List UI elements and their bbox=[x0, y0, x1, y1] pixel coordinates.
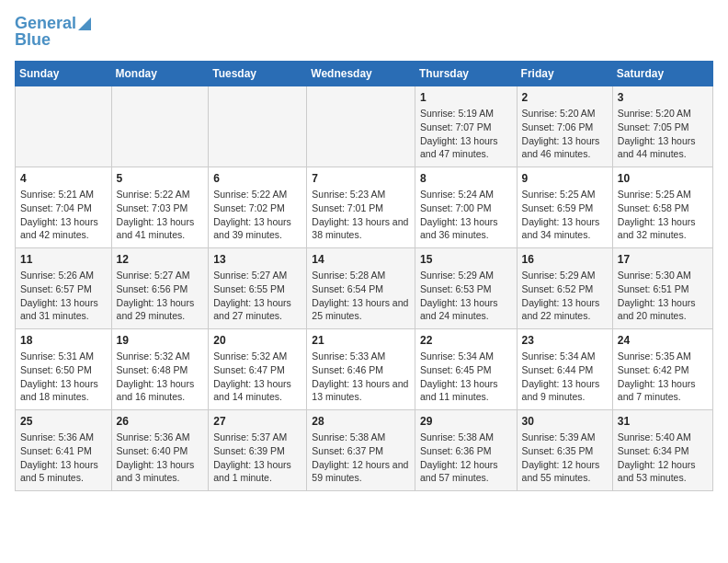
calendar-cell: 12Sunrise: 5:27 AM Sunset: 6:56 PM Dayli… bbox=[111, 247, 209, 328]
calendar-cell: 21Sunrise: 5:33 AM Sunset: 6:46 PM Dayli… bbox=[307, 328, 415, 409]
calendar-header-row: SundayMondayTuesdayWednesdayThursdayFrid… bbox=[16, 61, 713, 86]
calendar-cell: 5Sunrise: 5:22 AM Sunset: 7:03 PM Daylig… bbox=[111, 167, 209, 247]
calendar-week-row: 25Sunrise: 5:36 AM Sunset: 6:41 PM Dayli… bbox=[16, 409, 713, 490]
calendar-cell: 20Sunrise: 5:32 AM Sunset: 6:47 PM Dayli… bbox=[209, 328, 307, 409]
day-number: 24 bbox=[618, 333, 708, 349]
logo: General Blue bbox=[15, 15, 91, 50]
day-content: Sunrise: 5:27 AM Sunset: 6:56 PM Dayligh… bbox=[117, 269, 204, 323]
calendar-cell bbox=[209, 86, 307, 167]
day-content: Sunrise: 5:34 AM Sunset: 6:44 PM Dayligh… bbox=[522, 350, 608, 404]
calendar-cell: 17Sunrise: 5:30 AM Sunset: 6:51 PM Dayli… bbox=[612, 247, 712, 328]
day-number: 25 bbox=[20, 414, 107, 430]
calendar-week-row: 18Sunrise: 5:31 AM Sunset: 6:50 PM Dayli… bbox=[16, 328, 713, 409]
calendar-cell: 6Sunrise: 5:22 AM Sunset: 7:02 PM Daylig… bbox=[209, 167, 307, 247]
day-number: 11 bbox=[20, 252, 107, 268]
day-content: Sunrise: 5:28 AM Sunset: 6:54 PM Dayligh… bbox=[312, 269, 410, 323]
calendar-cell: 4Sunrise: 5:21 AM Sunset: 7:04 PM Daylig… bbox=[16, 167, 112, 247]
day-number: 10 bbox=[618, 171, 708, 187]
day-number: 6 bbox=[213, 171, 301, 187]
day-number: 30 bbox=[522, 414, 608, 430]
calendar-cell bbox=[16, 86, 112, 167]
calendar-cell: 28Sunrise: 5:38 AM Sunset: 6:37 PM Dayli… bbox=[307, 409, 415, 490]
calendar-cell: 26Sunrise: 5:36 AM Sunset: 6:40 PM Dayli… bbox=[111, 409, 209, 490]
calendar-cell: 19Sunrise: 5:32 AM Sunset: 6:48 PM Dayli… bbox=[111, 328, 209, 409]
day-number: 29 bbox=[420, 414, 512, 430]
day-number: 31 bbox=[618, 414, 708, 430]
calendar-day-header: Friday bbox=[517, 61, 612, 86]
calendar-cell: 2Sunrise: 5:20 AM Sunset: 7:06 PM Daylig… bbox=[517, 86, 612, 167]
calendar-day-header: Tuesday bbox=[209, 61, 307, 86]
day-content: Sunrise: 5:36 AM Sunset: 6:41 PM Dayligh… bbox=[20, 431, 107, 485]
calendar-cell: 24Sunrise: 5:35 AM Sunset: 6:42 PM Dayli… bbox=[612, 328, 712, 409]
day-number: 7 bbox=[312, 171, 410, 187]
calendar-cell: 25Sunrise: 5:36 AM Sunset: 6:41 PM Dayli… bbox=[16, 409, 112, 490]
day-content: Sunrise: 5:30 AM Sunset: 6:51 PM Dayligh… bbox=[618, 269, 708, 323]
day-content: Sunrise: 5:22 AM Sunset: 7:03 PM Dayligh… bbox=[117, 188, 204, 242]
day-content: Sunrise: 5:36 AM Sunset: 6:40 PM Dayligh… bbox=[117, 431, 204, 485]
day-content: Sunrise: 5:22 AM Sunset: 7:02 PM Dayligh… bbox=[213, 188, 301, 242]
day-number: 1 bbox=[420, 90, 512, 106]
day-number: 3 bbox=[618, 90, 708, 106]
day-content: Sunrise: 5:32 AM Sunset: 6:48 PM Dayligh… bbox=[117, 350, 204, 404]
day-content: Sunrise: 5:19 AM Sunset: 7:07 PM Dayligh… bbox=[420, 107, 512, 161]
calendar-cell: 1Sunrise: 5:19 AM Sunset: 7:07 PM Daylig… bbox=[415, 86, 517, 167]
calendar-cell: 3Sunrise: 5:20 AM Sunset: 7:05 PM Daylig… bbox=[612, 86, 712, 167]
day-content: Sunrise: 5:35 AM Sunset: 6:42 PM Dayligh… bbox=[618, 350, 708, 404]
day-content: Sunrise: 5:20 AM Sunset: 7:06 PM Dayligh… bbox=[522, 107, 608, 161]
day-number: 18 bbox=[20, 333, 107, 349]
calendar-cell bbox=[307, 86, 415, 167]
day-number: 28 bbox=[312, 414, 410, 430]
day-number: 16 bbox=[522, 252, 608, 268]
day-number: 19 bbox=[117, 333, 204, 349]
calendar-day-header: Saturday bbox=[612, 61, 712, 86]
calendar-cell: 10Sunrise: 5:25 AM Sunset: 6:58 PM Dayli… bbox=[612, 167, 712, 247]
day-content: Sunrise: 5:40 AM Sunset: 6:34 PM Dayligh… bbox=[618, 431, 708, 485]
day-content: Sunrise: 5:20 AM Sunset: 7:05 PM Dayligh… bbox=[618, 107, 708, 161]
day-content: Sunrise: 5:23 AM Sunset: 7:01 PM Dayligh… bbox=[312, 188, 410, 242]
calendar-cell: 11Sunrise: 5:26 AM Sunset: 6:57 PM Dayli… bbox=[16, 247, 112, 328]
calendar-day-header: Wednesday bbox=[307, 61, 415, 86]
calendar-cell: 8Sunrise: 5:24 AM Sunset: 7:00 PM Daylig… bbox=[415, 167, 517, 247]
day-content: Sunrise: 5:29 AM Sunset: 6:53 PM Dayligh… bbox=[420, 269, 512, 323]
day-number: 5 bbox=[117, 171, 204, 187]
calendar-cell: 18Sunrise: 5:31 AM Sunset: 6:50 PM Dayli… bbox=[16, 328, 112, 409]
calendar-cell: 27Sunrise: 5:37 AM Sunset: 6:39 PM Dayli… bbox=[209, 409, 307, 490]
day-number: 12 bbox=[117, 252, 204, 268]
calendar-week-row: 1Sunrise: 5:19 AM Sunset: 7:07 PM Daylig… bbox=[16, 86, 713, 167]
calendar-cell: 23Sunrise: 5:34 AM Sunset: 6:44 PM Dayli… bbox=[517, 328, 612, 409]
day-content: Sunrise: 5:38 AM Sunset: 6:36 PM Dayligh… bbox=[420, 431, 512, 485]
day-content: Sunrise: 5:38 AM Sunset: 6:37 PM Dayligh… bbox=[312, 431, 410, 485]
calendar-cell: 29Sunrise: 5:38 AM Sunset: 6:36 PM Dayli… bbox=[415, 409, 517, 490]
day-content: Sunrise: 5:25 AM Sunset: 6:58 PM Dayligh… bbox=[618, 188, 708, 242]
day-content: Sunrise: 5:33 AM Sunset: 6:46 PM Dayligh… bbox=[312, 350, 410, 404]
day-number: 9 bbox=[522, 171, 608, 187]
day-number: 21 bbox=[312, 333, 410, 349]
day-content: Sunrise: 5:25 AM Sunset: 6:59 PM Dayligh… bbox=[522, 188, 608, 242]
calendar-day-header: Thursday bbox=[415, 61, 517, 86]
day-number: 27 bbox=[213, 414, 301, 430]
calendar-cell bbox=[111, 86, 209, 167]
day-content: Sunrise: 5:32 AM Sunset: 6:47 PM Dayligh… bbox=[213, 350, 301, 404]
page-header: General Blue bbox=[15, 15, 713, 50]
day-number: 13 bbox=[213, 252, 301, 268]
calendar-week-row: 4Sunrise: 5:21 AM Sunset: 7:04 PM Daylig… bbox=[16, 167, 713, 247]
day-number: 26 bbox=[117, 414, 204, 430]
calendar-cell: 15Sunrise: 5:29 AM Sunset: 6:53 PM Dayli… bbox=[415, 247, 517, 328]
day-number: 17 bbox=[618, 252, 708, 268]
logo-arrow-icon bbox=[78, 17, 91, 30]
day-number: 14 bbox=[312, 252, 410, 268]
calendar-cell: 13Sunrise: 5:27 AM Sunset: 6:55 PM Dayli… bbox=[209, 247, 307, 328]
calendar-cell: 16Sunrise: 5:29 AM Sunset: 6:52 PM Dayli… bbox=[517, 247, 612, 328]
day-content: Sunrise: 5:39 AM Sunset: 6:35 PM Dayligh… bbox=[522, 431, 608, 485]
day-content: Sunrise: 5:27 AM Sunset: 6:55 PM Dayligh… bbox=[213, 269, 301, 323]
day-content: Sunrise: 5:24 AM Sunset: 7:00 PM Dayligh… bbox=[420, 188, 512, 242]
calendar-cell: 30Sunrise: 5:39 AM Sunset: 6:35 PM Dayli… bbox=[517, 409, 612, 490]
day-number: 2 bbox=[522, 90, 608, 106]
calendar-table: SundayMondayTuesdayWednesdayThursdayFrid… bbox=[15, 61, 713, 491]
day-number: 15 bbox=[420, 252, 512, 268]
day-number: 23 bbox=[522, 333, 608, 349]
day-number: 8 bbox=[420, 171, 512, 187]
calendar-day-header: Monday bbox=[111, 61, 209, 86]
day-number: 4 bbox=[20, 171, 107, 187]
calendar-cell: 9Sunrise: 5:25 AM Sunset: 6:59 PM Daylig… bbox=[517, 167, 612, 247]
